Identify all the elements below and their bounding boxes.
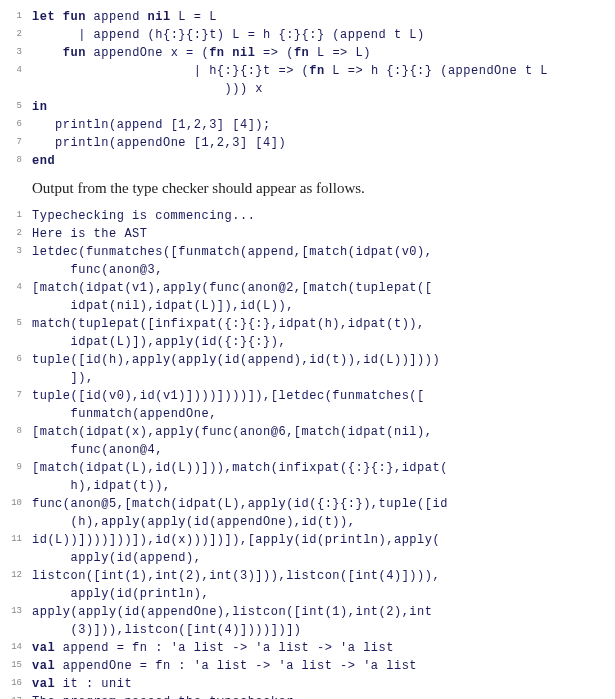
line-number: 4: [4, 62, 22, 78]
code-line: 2 | append (h{:}{:}t) L = h {:}{:} (appe…: [4, 26, 611, 44]
code-line-continuation: idpat(L)]),apply(id({:}{:}),: [4, 333, 611, 351]
line-number: 2: [4, 26, 22, 42]
line-number: 4: [4, 279, 22, 295]
code-line: 12listcon([int(1),int(2),int(3)])),listc…: [4, 567, 611, 585]
code-content: func(anon@3,: [32, 261, 611, 279]
code-line: 17The program passed the typechecker.: [4, 693, 611, 699]
code-line-continuation: (3)])),listcon([int(4)])))])]): [4, 621, 611, 639]
code-content: [match(idpat(L),id(L))])),match(infixpat…: [32, 459, 611, 477]
code-line: 5in: [4, 98, 611, 116]
code-content: Typechecking is commencing...: [32, 207, 611, 225]
line-number: 7: [4, 134, 22, 150]
code-line-continuation: funmatch(appendOne,: [4, 405, 611, 423]
code-content: let fun append nil L = L: [32, 8, 611, 26]
line-number: 2: [4, 225, 22, 241]
line-number: [4, 477, 22, 479]
code-line: 15val appendOne = fn : 'a list -> 'a lis…: [4, 657, 611, 675]
code-line: ))) x: [4, 80, 611, 98]
code-line: 7 println(appendOne [1,2,3] [4]): [4, 134, 611, 152]
code-content: apply(id(append),: [32, 549, 611, 567]
line-number: 14: [4, 639, 22, 655]
code-content: listcon([int(1),int(2),int(3)])),listcon…: [32, 567, 611, 585]
code-content: println(appendOne [1,2,3] [4]): [32, 134, 611, 152]
line-number: [4, 441, 22, 443]
code-content: letdec(funmatches([funmatch(append,[matc…: [32, 243, 611, 261]
code-line: 7tuple([id(v0),id(v1)])))])))]),[letdec(…: [4, 387, 611, 405]
code-content: println(append [1,2,3] [4]);: [32, 116, 611, 134]
code-content: tuple([id(v0),id(v1)])))])))]),[letdec(f…: [32, 387, 611, 405]
line-number: 11: [4, 531, 22, 547]
line-number: 5: [4, 98, 22, 114]
line-number: 13: [4, 603, 22, 619]
line-number: 9: [4, 459, 22, 475]
line-number: 1: [4, 8, 22, 24]
code-content: idpat(nil),idpat(L)]),id(L)),: [32, 297, 611, 315]
code-line-continuation: ]),: [4, 369, 611, 387]
line-number: 8: [4, 423, 22, 439]
code-line: 3 fun appendOne x = (fn nil => (fn L => …: [4, 44, 611, 62]
code-content: ]),: [32, 369, 611, 387]
code-content: val it : unit: [32, 675, 611, 693]
line-number: [4, 585, 22, 587]
code-content: id(L))])))]))]),id(x)))])]),[apply(id(pr…: [32, 531, 611, 549]
code-line-continuation: idpat(nil),idpat(L)]),id(L)),: [4, 297, 611, 315]
code-content: The program passed the typechecker.: [32, 693, 611, 699]
line-number: 3: [4, 44, 22, 60]
line-number: [4, 549, 22, 551]
line-number: 1: [4, 207, 22, 223]
code-content: h),idpat(t)),: [32, 477, 611, 495]
code-content: funmatch(appendOne,: [32, 405, 611, 423]
line-number: 6: [4, 116, 22, 132]
line-number: [4, 513, 22, 515]
code-block-1: 1let fun append nil L = L2 | append (h{:…: [4, 8, 611, 170]
line-number: [4, 369, 22, 371]
code-content: (h),apply(apply(id(appendOne),id(t)),: [32, 513, 611, 531]
code-line: 3letdec(funmatches([funmatch(append,[mat…: [4, 243, 611, 261]
line-number: 7: [4, 387, 22, 403]
code-line: 9[match(idpat(L),id(L))])),match(infixpa…: [4, 459, 611, 477]
line-number: 3: [4, 243, 22, 259]
code-line: 2Here is the AST: [4, 225, 611, 243]
code-line: 5match(tuplepat([infixpat({:}{:},idpat(h…: [4, 315, 611, 333]
code-line: 11id(L))])))]))]),id(x)))])]),[apply(id(…: [4, 531, 611, 549]
code-line: 13apply(apply(id(appendOne),listcon([int…: [4, 603, 611, 621]
code-content: func(anon@5,[match(idpat(L),apply(id({:}…: [32, 495, 611, 513]
code-content: match(tuplepat([infixpat({:}{:},idpat(h)…: [32, 315, 611, 333]
line-number: 8: [4, 152, 22, 168]
code-content: [match(idpat(x),apply(func(anon@6,[match…: [32, 423, 611, 441]
line-number: 12: [4, 567, 22, 583]
code-content: val append = fn : 'a list -> 'a list -> …: [32, 639, 611, 657]
line-number: [4, 80, 22, 82]
code-content: func(anon@4,: [32, 441, 611, 459]
code-content: Here is the AST: [32, 225, 611, 243]
code-content: | h{:}{:}t => (fn L => h {:}{:} (appendO…: [32, 62, 611, 80]
code-line: 14val append = fn : 'a list -> 'a list -…: [4, 639, 611, 657]
code-content: idpat(L)]),apply(id({:}{:}),: [32, 333, 611, 351]
line-number: [4, 405, 22, 407]
code-content: apply(id(println),: [32, 585, 611, 603]
code-line: 1let fun append nil L = L: [4, 8, 611, 26]
code-line: 8end: [4, 152, 611, 170]
line-number: 17: [4, 693, 22, 699]
code-line: 1Typechecking is commencing...: [4, 207, 611, 225]
code-line: 6tuple([id(h),apply(apply(id(append),id(…: [4, 351, 611, 369]
code-line: 16val it : unit: [4, 675, 611, 693]
code-line: 8[match(idpat(x),apply(func(anon@6,[matc…: [4, 423, 611, 441]
code-content: val appendOne = fn : 'a list -> 'a list …: [32, 657, 611, 675]
prose-text: Output from the type checker should appe…: [32, 180, 611, 197]
code-line-continuation: apply(id(println),: [4, 585, 611, 603]
code-content: end: [32, 152, 611, 170]
code-content: ))) x: [32, 80, 611, 98]
code-content: [match(idpat(v1),apply(func(anon@2,[matc…: [32, 279, 611, 297]
code-content: (3)])),listcon([int(4)])))])]): [32, 621, 611, 639]
code-line: 10func(anon@5,[match(idpat(L),apply(id({…: [4, 495, 611, 513]
code-block-2: 1Typechecking is commencing...2Here is t…: [4, 207, 611, 699]
code-content: in: [32, 98, 611, 116]
line-number: 6: [4, 351, 22, 367]
code-line-continuation: (h),apply(apply(id(appendOne),id(t)),: [4, 513, 611, 531]
code-line: 6 println(append [1,2,3] [4]);: [4, 116, 611, 134]
code-line-continuation: func(anon@4,: [4, 441, 611, 459]
line-number: [4, 261, 22, 263]
code-content: | append (h{:}{:}t) L = h {:}{:} (append…: [32, 26, 611, 44]
line-number: 16: [4, 675, 22, 691]
